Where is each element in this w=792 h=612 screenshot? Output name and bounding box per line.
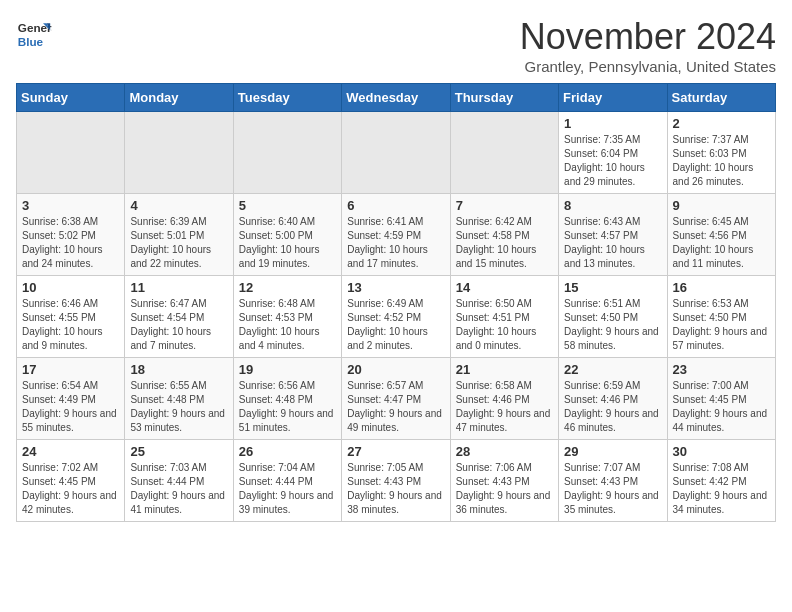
location: Grantley, Pennsylvania, United States	[520, 58, 776, 75]
day-info: Sunrise: 6:47 AM Sunset: 4:54 PM Dayligh…	[130, 297, 227, 353]
day-info: Sunrise: 6:45 AM Sunset: 4:56 PM Dayligh…	[673, 215, 770, 271]
calendar-cell: 10Sunrise: 6:46 AM Sunset: 4:55 PM Dayli…	[17, 276, 125, 358]
calendar-header-row: SundayMondayTuesdayWednesdayThursdayFrid…	[17, 84, 776, 112]
calendar-cell: 22Sunrise: 6:59 AM Sunset: 4:46 PM Dayli…	[559, 358, 667, 440]
month-title: November 2024	[520, 16, 776, 58]
calendar-cell: 30Sunrise: 7:08 AM Sunset: 4:42 PM Dayli…	[667, 440, 775, 522]
calendar-cell	[342, 112, 450, 194]
calendar-cell: 19Sunrise: 6:56 AM Sunset: 4:48 PM Dayli…	[233, 358, 341, 440]
day-number: 14	[456, 280, 553, 295]
day-number: 7	[456, 198, 553, 213]
day-number: 15	[564, 280, 661, 295]
day-info: Sunrise: 6:55 AM Sunset: 4:48 PM Dayligh…	[130, 379, 227, 435]
calendar-week-2: 3Sunrise: 6:38 AM Sunset: 5:02 PM Daylig…	[17, 194, 776, 276]
day-info: Sunrise: 6:54 AM Sunset: 4:49 PM Dayligh…	[22, 379, 119, 435]
calendar-cell: 24Sunrise: 7:02 AM Sunset: 4:45 PM Dayli…	[17, 440, 125, 522]
day-info: Sunrise: 6:58 AM Sunset: 4:46 PM Dayligh…	[456, 379, 553, 435]
day-info: Sunrise: 7:08 AM Sunset: 4:42 PM Dayligh…	[673, 461, 770, 517]
calendar-cell: 27Sunrise: 7:05 AM Sunset: 4:43 PM Dayli…	[342, 440, 450, 522]
calendar-cell: 12Sunrise: 6:48 AM Sunset: 4:53 PM Dayli…	[233, 276, 341, 358]
svg-text:Blue: Blue	[18, 35, 44, 48]
calendar-cell: 20Sunrise: 6:57 AM Sunset: 4:47 PM Dayli…	[342, 358, 450, 440]
day-info: Sunrise: 7:37 AM Sunset: 6:03 PM Dayligh…	[673, 133, 770, 189]
day-info: Sunrise: 6:41 AM Sunset: 4:59 PM Dayligh…	[347, 215, 444, 271]
day-number: 17	[22, 362, 119, 377]
day-info: Sunrise: 6:50 AM Sunset: 4:51 PM Dayligh…	[456, 297, 553, 353]
day-number: 23	[673, 362, 770, 377]
day-info: Sunrise: 7:02 AM Sunset: 4:45 PM Dayligh…	[22, 461, 119, 517]
calendar-cell: 15Sunrise: 6:51 AM Sunset: 4:50 PM Dayli…	[559, 276, 667, 358]
col-header-saturday: Saturday	[667, 84, 775, 112]
calendar-cell: 18Sunrise: 6:55 AM Sunset: 4:48 PM Dayli…	[125, 358, 233, 440]
calendar-cell	[233, 112, 341, 194]
day-info: Sunrise: 6:48 AM Sunset: 4:53 PM Dayligh…	[239, 297, 336, 353]
col-header-wednesday: Wednesday	[342, 84, 450, 112]
calendar-cell: 14Sunrise: 6:50 AM Sunset: 4:51 PM Dayli…	[450, 276, 558, 358]
day-info: Sunrise: 7:00 AM Sunset: 4:45 PM Dayligh…	[673, 379, 770, 435]
day-number: 27	[347, 444, 444, 459]
calendar-cell: 9Sunrise: 6:45 AM Sunset: 4:56 PM Daylig…	[667, 194, 775, 276]
svg-text:General: General	[18, 21, 52, 34]
calendar-cell: 17Sunrise: 6:54 AM Sunset: 4:49 PM Dayli…	[17, 358, 125, 440]
calendar-cell: 4Sunrise: 6:39 AM Sunset: 5:01 PM Daylig…	[125, 194, 233, 276]
day-number: 10	[22, 280, 119, 295]
day-number: 18	[130, 362, 227, 377]
calendar-cell: 2Sunrise: 7:37 AM Sunset: 6:03 PM Daylig…	[667, 112, 775, 194]
day-info: Sunrise: 6:56 AM Sunset: 4:48 PM Dayligh…	[239, 379, 336, 435]
calendar-table: SundayMondayTuesdayWednesdayThursdayFrid…	[16, 83, 776, 522]
day-number: 3	[22, 198, 119, 213]
calendar-body: 1Sunrise: 7:35 AM Sunset: 6:04 PM Daylig…	[17, 112, 776, 522]
calendar-cell: 25Sunrise: 7:03 AM Sunset: 4:44 PM Dayli…	[125, 440, 233, 522]
calendar-cell: 1Sunrise: 7:35 AM Sunset: 6:04 PM Daylig…	[559, 112, 667, 194]
day-number: 28	[456, 444, 553, 459]
day-number: 30	[673, 444, 770, 459]
calendar-cell: 29Sunrise: 7:07 AM Sunset: 4:43 PM Dayli…	[559, 440, 667, 522]
col-header-thursday: Thursday	[450, 84, 558, 112]
logo-icon: General Blue	[16, 16, 52, 52]
calendar-cell	[450, 112, 558, 194]
day-info: Sunrise: 6:40 AM Sunset: 5:00 PM Dayligh…	[239, 215, 336, 271]
day-info: Sunrise: 6:57 AM Sunset: 4:47 PM Dayligh…	[347, 379, 444, 435]
calendar-cell: 13Sunrise: 6:49 AM Sunset: 4:52 PM Dayli…	[342, 276, 450, 358]
day-number: 5	[239, 198, 336, 213]
day-number: 21	[456, 362, 553, 377]
calendar-cell	[17, 112, 125, 194]
day-info: Sunrise: 6:43 AM Sunset: 4:57 PM Dayligh…	[564, 215, 661, 271]
day-number: 1	[564, 116, 661, 131]
page-header: General Blue November 2024 Grantley, Pen…	[16, 16, 776, 75]
day-number: 9	[673, 198, 770, 213]
logo: General Blue	[16, 16, 52, 52]
calendar-cell	[125, 112, 233, 194]
day-info: Sunrise: 6:49 AM Sunset: 4:52 PM Dayligh…	[347, 297, 444, 353]
calendar-cell: 21Sunrise: 6:58 AM Sunset: 4:46 PM Dayli…	[450, 358, 558, 440]
title-area: November 2024 Grantley, Pennsylvania, Un…	[520, 16, 776, 75]
calendar-cell: 16Sunrise: 6:53 AM Sunset: 4:50 PM Dayli…	[667, 276, 775, 358]
calendar-week-4: 17Sunrise: 6:54 AM Sunset: 4:49 PM Dayli…	[17, 358, 776, 440]
col-header-sunday: Sunday	[17, 84, 125, 112]
day-number: 19	[239, 362, 336, 377]
day-number: 25	[130, 444, 227, 459]
day-number: 11	[130, 280, 227, 295]
day-info: Sunrise: 6:46 AM Sunset: 4:55 PM Dayligh…	[22, 297, 119, 353]
day-info: Sunrise: 6:59 AM Sunset: 4:46 PM Dayligh…	[564, 379, 661, 435]
day-number: 26	[239, 444, 336, 459]
day-info: Sunrise: 7:07 AM Sunset: 4:43 PM Dayligh…	[564, 461, 661, 517]
calendar-week-1: 1Sunrise: 7:35 AM Sunset: 6:04 PM Daylig…	[17, 112, 776, 194]
day-number: 4	[130, 198, 227, 213]
day-info: Sunrise: 7:35 AM Sunset: 6:04 PM Dayligh…	[564, 133, 661, 189]
col-header-friday: Friday	[559, 84, 667, 112]
col-header-tuesday: Tuesday	[233, 84, 341, 112]
day-number: 16	[673, 280, 770, 295]
day-number: 6	[347, 198, 444, 213]
calendar-cell: 6Sunrise: 6:41 AM Sunset: 4:59 PM Daylig…	[342, 194, 450, 276]
day-info: Sunrise: 7:06 AM Sunset: 4:43 PM Dayligh…	[456, 461, 553, 517]
day-number: 12	[239, 280, 336, 295]
calendar-cell: 28Sunrise: 7:06 AM Sunset: 4:43 PM Dayli…	[450, 440, 558, 522]
day-number: 8	[564, 198, 661, 213]
calendar-cell: 11Sunrise: 6:47 AM Sunset: 4:54 PM Dayli…	[125, 276, 233, 358]
day-number: 13	[347, 280, 444, 295]
calendar-cell: 8Sunrise: 6:43 AM Sunset: 4:57 PM Daylig…	[559, 194, 667, 276]
calendar-cell: 5Sunrise: 6:40 AM Sunset: 5:00 PM Daylig…	[233, 194, 341, 276]
col-header-monday: Monday	[125, 84, 233, 112]
day-info: Sunrise: 7:03 AM Sunset: 4:44 PM Dayligh…	[130, 461, 227, 517]
